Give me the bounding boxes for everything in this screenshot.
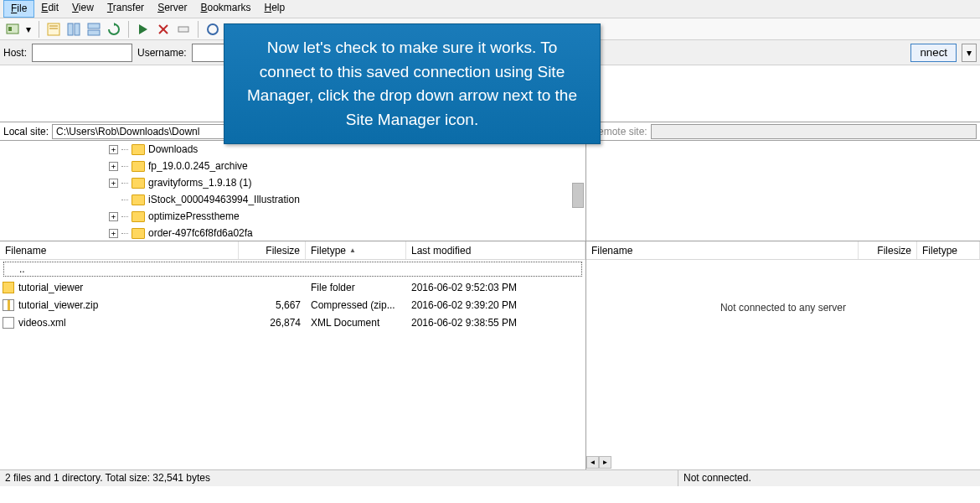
local-site-label: Local site: xyxy=(3,126,49,137)
cell-filesize: 26,874 xyxy=(239,317,306,329)
tree-item[interactable]: +order-497fc6f8fd6a02fa xyxy=(0,225,585,241)
tree-item-label: optimizePresstheme xyxy=(148,210,240,222)
menu-view[interactable]: View xyxy=(65,0,101,18)
folder-icon xyxy=(132,144,145,155)
folder-icon xyxy=(132,228,145,239)
expander-icon[interactable]: + xyxy=(109,212,118,221)
folder-icon xyxy=(132,211,145,222)
cell-filename: tutorial_viewer.zip xyxy=(17,299,239,311)
cell-lastmod: 2016-06-02 9:39:20 PM xyxy=(406,299,585,311)
username-label: Username: xyxy=(137,47,187,59)
remote-list-header: Filename Filesize Filetype xyxy=(586,241,980,260)
xml-icon xyxy=(3,317,14,329)
col-filetype[interactable]: Filetype▲ xyxy=(306,241,406,259)
cell-filename: tutorial_viewer xyxy=(17,282,239,293)
cell-lastmod: 2016-06-02 9:38:55 PM xyxy=(406,317,585,329)
cell-filetype: Compressed (zip... xyxy=(306,299,406,311)
svg-rect-7 xyxy=(88,23,100,29)
local-list-body[interactable]: .. tutorial_viewerFile folder2016-06-02 … xyxy=(0,260,585,469)
list-item[interactable]: videos.xml26,874XML Document2016-06-02 9… xyxy=(0,314,585,331)
menu-help[interactable]: Help xyxy=(258,0,292,18)
menu-bar: File Edit View Transfer Server Bookmarks… xyxy=(0,0,980,18)
tree-item[interactable]: +optimizePresstheme xyxy=(0,208,585,225)
cell-filetype: XML Document xyxy=(306,317,406,329)
username-input[interactable] xyxy=(192,44,225,62)
horizontal-scrollbar[interactable]: ◄ ► xyxy=(586,456,611,469)
cancel-icon[interactable] xyxy=(154,20,173,39)
svg-rect-8 xyxy=(88,30,100,35)
not-connected-message: Not connected to any server xyxy=(586,302,980,314)
remote-list-body: Not connected to any server ◄ ► xyxy=(586,260,980,469)
folder-icon xyxy=(132,178,145,189)
expander-icon[interactable]: + xyxy=(109,145,118,154)
scrollbar-thumb[interactable] xyxy=(572,183,584,208)
tree-item[interactable]: iStock_000049463994_Illustration xyxy=(0,191,585,208)
scroll-left-icon[interactable]: ◄ xyxy=(586,456,599,469)
toolbar-separator xyxy=(198,21,199,38)
menu-transfer[interactable]: Transfer xyxy=(101,0,151,18)
site-manager-icon[interactable] xyxy=(3,20,22,39)
expander-icon[interactable]: + xyxy=(109,162,118,171)
reconnect-icon[interactable] xyxy=(204,20,222,39)
remote-file-list: Filename Filesize Filetype Not connected… xyxy=(586,241,980,469)
tree-row: +Downloads+fp_19.0.0.245_archive+gravity… xyxy=(0,141,980,241)
list-item[interactable]: tutorial_viewer.zip5,667Compressed (zip.… xyxy=(0,296,585,314)
menu-edit[interactable]: Edit xyxy=(34,0,65,18)
refresh-icon[interactable] xyxy=(105,20,123,39)
host-label: Host: xyxy=(3,47,27,59)
tree-item[interactable]: +fp_19.0.0.245_archive xyxy=(0,158,585,174)
list-row: Filename Filesize Filetype▲ Last modifie… xyxy=(0,241,980,469)
menu-bookmarks[interactable]: Bookmarks xyxy=(193,0,257,18)
cell-filename: videos.xml xyxy=(17,317,239,329)
tree-item-label: Downloads xyxy=(148,143,198,155)
svg-marker-10 xyxy=(139,24,147,34)
zip-icon xyxy=(3,299,14,311)
process-queue-icon[interactable] xyxy=(134,20,152,39)
toggle-queue-icon[interactable] xyxy=(85,20,103,39)
remote-tree xyxy=(586,141,980,241)
scroll-right-icon[interactable]: ► xyxy=(599,456,611,469)
toggle-tree-icon[interactable] xyxy=(64,20,83,39)
col-filesize[interactable]: Filesize xyxy=(239,241,306,259)
cell-lastmod: 2016-06-02 9:52:03 PM xyxy=(406,282,585,293)
col-filesize[interactable]: Filesize xyxy=(859,241,917,259)
col-filetype[interactable]: Filetype xyxy=(917,241,980,259)
folder-icon xyxy=(132,161,145,172)
local-tree[interactable]: +Downloads+fp_19.0.0.245_archive+gravity… xyxy=(0,141,586,241)
remote-site-label: emote site: xyxy=(598,126,647,137)
disconnect-icon[interactable] xyxy=(174,20,193,39)
status-bar: 2 files and 1 directory. Total size: 32,… xyxy=(0,469,980,486)
tree-item[interactable]: +gravityforms_1.9.18 (1) xyxy=(0,174,585,191)
parent-dir-row[interactable]: .. xyxy=(3,262,582,277)
list-item[interactable]: tutorial_viewerFile folder2016-06-02 9:5… xyxy=(0,278,585,296)
folder-icon xyxy=(132,194,145,205)
sort-arrow-icon: ▲ xyxy=(349,246,356,254)
tree-item-label: gravityforms_1.9.18 (1) xyxy=(148,177,251,189)
quickconnect-button[interactable]: nnect xyxy=(910,44,957,62)
col-filename[interactable]: Filename xyxy=(0,241,239,259)
status-left: 2 files and 1 directory. Total size: 32,… xyxy=(0,470,678,486)
site-manager-dropdown-icon[interactable]: ▾ xyxy=(23,20,34,39)
local-list-header: Filename Filesize Filetype▲ Last modifie… xyxy=(0,241,585,260)
expander-icon[interactable]: + xyxy=(109,229,118,238)
tree-item-label: order-497fc6f8fd6a02fa xyxy=(148,227,253,239)
status-right: Not connected. xyxy=(678,470,980,486)
svg-point-14 xyxy=(208,24,218,34)
cell-filetype: File folder xyxy=(306,282,406,293)
col-lastmod[interactable]: Last modified xyxy=(406,241,585,259)
toggle-log-icon[interactable] xyxy=(44,20,63,39)
remote-site-path xyxy=(651,124,977,139)
svg-rect-1 xyxy=(8,27,12,31)
svg-rect-13 xyxy=(178,27,188,32)
menu-server[interactable]: Server xyxy=(151,0,193,18)
toolbar-separator xyxy=(39,21,39,38)
quickconnect-dropdown[interactable]: ▾ xyxy=(962,44,977,62)
col-filename[interactable]: Filename xyxy=(586,241,859,259)
folder-icon xyxy=(3,282,14,293)
svg-rect-6 xyxy=(75,23,80,35)
host-input[interactable] xyxy=(32,44,132,62)
local-file-list: Filename Filesize Filetype▲ Last modifie… xyxy=(0,241,586,469)
expander-icon[interactable]: + xyxy=(109,179,118,188)
menu-file[interactable]: File xyxy=(3,0,34,18)
toolbar-separator xyxy=(128,21,129,38)
